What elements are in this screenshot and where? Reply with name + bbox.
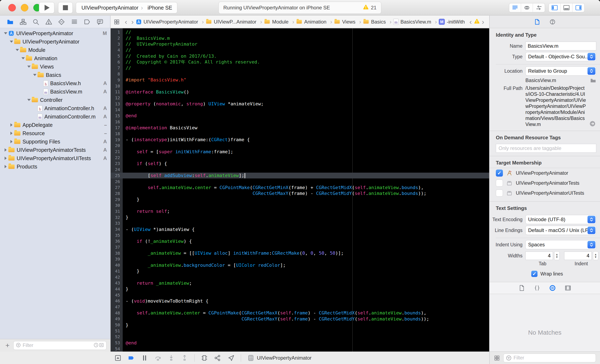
code-line-4[interactable]: 4// xyxy=(111,47,489,53)
navigator-tab-tests-icon[interactable] xyxy=(58,18,65,25)
code-line-36[interactable]: 36 if (!_animateView) { xyxy=(111,238,489,244)
navigator-item-Supporting Files[interactable]: Supporting FilesA xyxy=(0,137,110,146)
code-line-39[interactable]: 39 xyxy=(111,256,489,262)
wrap-lines-checkbox[interactable] xyxy=(531,271,537,277)
navigator-item-UIViewPropertyAnimator[interactable]: UIViewPropertyAnimatorM xyxy=(0,29,110,37)
code-line-15[interactable]: 15@end xyxy=(111,113,489,119)
back-button[interactable]: ‹ xyxy=(123,18,129,26)
code-line-54[interactable]: 54 xyxy=(111,346,489,352)
navigator-tab-reports-icon[interactable] xyxy=(96,18,103,25)
code-line-27[interactable]: 27 self.animateView.center = CGPointMake… xyxy=(111,184,489,191)
step-over-button[interactable] xyxy=(154,355,161,362)
disclosure-open-icon[interactable] xyxy=(32,74,38,76)
code-line-22[interactable]: 22 xyxy=(111,155,489,161)
navigator-tab-source-control-icon[interactable] xyxy=(19,18,27,25)
indent-using-dropdown[interactable]: Spaces xyxy=(525,240,596,249)
code-line-12[interactable]: 12 xyxy=(111,95,489,101)
navigator-item-Resource[interactable]: Resource– xyxy=(0,129,110,137)
code-line-10[interactable]: 10 xyxy=(111,83,489,89)
code-line-26[interactable]: 26 xyxy=(111,178,489,184)
disclosure-open-icon[interactable] xyxy=(3,32,8,34)
code-line-31[interactable]: 31 return self; xyxy=(111,209,489,215)
breadcrumb-item-BasicsView.m[interactable]: mBasicsView.m› xyxy=(393,18,439,25)
navigator-item-AnimationController.m[interactable]: mAnimationController.mA xyxy=(0,112,110,121)
library-filter-input[interactable] xyxy=(512,355,593,361)
code-line-23[interactable]: 23 if (self) { xyxy=(111,161,489,167)
disclosure-closed-icon[interactable] xyxy=(9,132,14,135)
indent-width-stepper[interactable]: ▲▼ xyxy=(593,251,598,260)
hide-debug-button[interactable] xyxy=(114,355,122,362)
navigator-item-Views[interactable]: Views xyxy=(0,63,110,71)
code-line-5[interactable]: 5// Created by Cain on 2017/6/13. xyxy=(111,53,489,59)
code-line-14[interactable]: 14 xyxy=(111,107,489,113)
code-line-35[interactable]: 35 xyxy=(111,232,489,238)
code-line-3[interactable]: 3// UIViewPropertyAnimator xyxy=(111,41,489,47)
pause-button[interactable] xyxy=(141,355,148,362)
navigator-filter-field[interactable] xyxy=(13,341,106,350)
navigator-tab-debug-icon[interactable] xyxy=(71,18,78,25)
code-line-48[interactable]: 48 self.animateView.center = CGPointMake… xyxy=(111,310,489,316)
location-dropdown[interactable]: Relative to Group xyxy=(525,66,596,76)
code-line-20[interactable]: 20 xyxy=(111,143,489,149)
code-line-21[interactable]: 21 self = [super initWithFrame:frame]; xyxy=(111,149,489,155)
code-line-28[interactable]: 28 CGRectGetMaxY(frame) - CGRectGetMidY(… xyxy=(111,191,489,197)
source-editor[interactable]: 1//2// BasicsView.m3// UIViewPropertyAni… xyxy=(111,28,489,352)
running-process[interactable]: UIViewPropertyAnimator xyxy=(247,355,311,362)
disclosure-closed-icon[interactable] xyxy=(9,140,14,143)
add-button[interactable]: + xyxy=(5,341,9,349)
disclosure-closed-icon[interactable] xyxy=(3,165,8,168)
navigator-item-AppDelegate[interactable]: AppDelegate– xyxy=(0,121,110,129)
warning-count[interactable]: 21 xyxy=(371,5,376,11)
line-endings-dropdown[interactable]: Default - macOS / Unix (LF) xyxy=(525,226,596,235)
navigator-panel-toggle[interactable] xyxy=(549,3,561,12)
recent-files-icon[interactable] xyxy=(93,342,99,349)
code-line-17[interactable]: 17@implementation BasicsView xyxy=(111,125,489,131)
code-line-7[interactable]: 7// xyxy=(111,65,489,71)
navigator-item-UIViewPropertyAnimatorUITests[interactable]: UIViewPropertyAnimatorUITestsA xyxy=(0,154,110,163)
code-line-33[interactable]: 33 xyxy=(111,220,489,226)
run-button[interactable] xyxy=(39,2,54,13)
target-checkbox[interactable] xyxy=(496,170,503,177)
code-line-29[interactable]: 29 } xyxy=(111,196,489,202)
target-checkbox[interactable] xyxy=(496,180,503,187)
code-line-45[interactable]: 45 xyxy=(111,292,489,298)
grid-view-icon[interactable] xyxy=(494,355,500,361)
library-tab-object-icon[interactable] xyxy=(549,285,556,291)
tab-width-field[interactable] xyxy=(525,252,553,260)
navigator-item-BasicsView.m[interactable]: mBasicsView.mA xyxy=(0,87,110,96)
navigator-tab-breakpoints-icon[interactable] xyxy=(84,18,91,25)
bp-arrow-button[interactable] xyxy=(128,355,135,362)
navigator-tab-issues-icon[interactable] xyxy=(45,18,52,25)
breadcrumb-item-Views[interactable]: Views› xyxy=(334,18,363,25)
version-editor-button[interactable] xyxy=(533,3,545,12)
navigator-item-Basics[interactable]: Basics xyxy=(0,71,110,79)
code-line-50[interactable]: 50} xyxy=(111,322,489,328)
file-inspector-tab-icon[interactable] xyxy=(534,19,540,25)
close-window-button[interactable] xyxy=(8,4,16,11)
disclosure-open-icon[interactable] xyxy=(26,66,32,68)
breadcrumb-item-Basics[interactable]: Basics› xyxy=(363,18,393,25)
assistant-editor-button[interactable] xyxy=(521,3,533,12)
breadcrumb-item-UIViewPropertyAnimator[interactable]: UIViewPropertyAnimator› xyxy=(136,18,206,25)
code-line-32[interactable]: 32} xyxy=(111,214,489,220)
warning-icon[interactable] xyxy=(363,4,369,11)
inspector-panel-toggle[interactable] xyxy=(572,3,584,12)
code-line-49[interactable]: 49 CGRectGetMaxY(self.frame) - CGRectGet… xyxy=(111,316,489,322)
quick-help-tab-icon[interactable] xyxy=(549,19,556,25)
indent-width-field[interactable] xyxy=(564,252,592,260)
encoding-dropdown[interactable]: Unicode (UTF-8) xyxy=(525,215,596,224)
code-line-41[interactable]: 41 } xyxy=(111,268,489,274)
forward-button[interactable]: › xyxy=(129,18,136,26)
navigator-item-AnimationController.h[interactable]: hAnimationController.hA xyxy=(0,104,110,112)
code-line-24[interactable]: 24 xyxy=(111,167,489,173)
navigator-item-UIViewPropertyAnimatorTests[interactable]: UIViewPropertyAnimatorTestsA xyxy=(0,146,110,154)
code-line-18[interactable]: 18 xyxy=(111,131,489,137)
navigator-item-Animation[interactable]: Animation xyxy=(0,54,110,63)
name-field[interactable] xyxy=(525,42,596,50)
disclosure-open-icon[interactable] xyxy=(15,49,20,51)
code-line-44[interactable]: 44} xyxy=(111,286,489,292)
next-issue-button[interactable]: › xyxy=(480,18,486,26)
code-line-46[interactable]: 46- (void)moveViewToBottmRight { xyxy=(111,298,489,304)
code-line-2[interactable]: 2// BasicsView.m xyxy=(111,35,489,41)
previous-issue-button[interactable]: ‹ xyxy=(467,18,474,26)
